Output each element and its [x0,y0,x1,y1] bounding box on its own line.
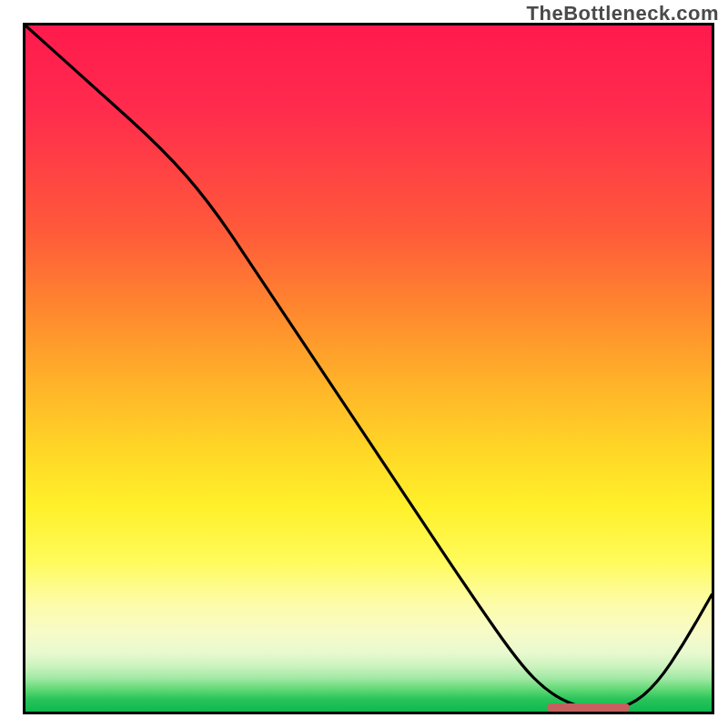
curve-svg [25,25,712,712]
chart-stage: TheBottleneck.com [0,0,728,728]
optimum-range-marker [547,703,629,712]
bottleneck-curve-path [25,25,712,708]
chart-plot-area [23,23,714,714]
